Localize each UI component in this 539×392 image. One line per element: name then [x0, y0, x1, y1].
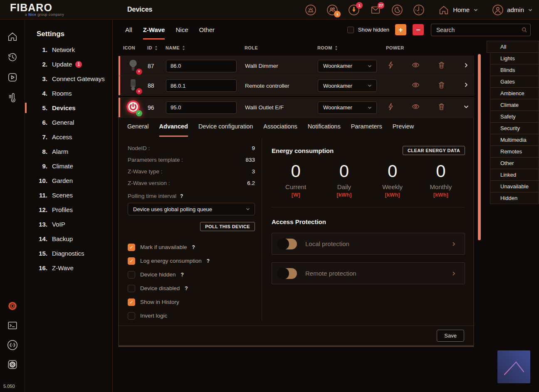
- main-scrollbar[interactable]: [478, 54, 481, 240]
- clear-energy-button[interactable]: CLEAR ENERGY DATA: [403, 146, 465, 155]
- home-center-tile[interactable]: [497, 350, 530, 383]
- help-icon[interactable]: ?: [185, 286, 188, 291]
- panel-tab-parameters[interactable]: Parameters: [351, 123, 382, 137]
- power-bolt-icon[interactable]: [386, 64, 395, 71]
- category-ambience[interactable]: Ambience: [490, 87, 539, 99]
- filter-tab-other[interactable]: Other: [199, 20, 215, 39]
- checkbox-device-disabled[interactable]: [128, 285, 135, 292]
- rail-api-icon[interactable]: [7, 339, 18, 351]
- toggle-switch-off[interactable]: [278, 239, 297, 249]
- user-menu[interactable]: admin: [492, 4, 533, 16]
- category-remotes[interactable]: Remotes: [490, 145, 539, 158]
- settings-item-network[interactable]: 1. Network: [25, 42, 112, 57]
- rail-history-icon[interactable]: [7, 51, 18, 63]
- settings-item-alarm[interactable]: 8. Alarm: [25, 144, 112, 159]
- panel-tab-advanced[interactable]: Advanced: [159, 123, 188, 137]
- settings-item-general[interactable]: 6. General: [25, 115, 112, 130]
- category-climate[interactable]: Climate: [490, 99, 539, 111]
- room-select[interactable]: Woonkamer: [318, 79, 377, 92]
- protection-remote-protection[interactable]: Remote protection: [272, 262, 465, 284]
- category-other[interactable]: Other: [490, 157, 539, 169]
- device-name-input[interactable]: [166, 79, 237, 92]
- search-input[interactable]: [431, 24, 531, 36]
- settings-item-voip[interactable]: 13. VoIP: [25, 217, 112, 232]
- settings-item-garden[interactable]: 10. Garden: [25, 173, 112, 188]
- collapse-chevron-down-icon[interactable]: [463, 104, 470, 111]
- checkbox-device-hidden[interactable]: [128, 271, 135, 279]
- delete-trash-icon[interactable]: [437, 64, 446, 71]
- panel-tab-associations[interactable]: Associations: [263, 123, 297, 137]
- sort-icon[interactable]: [182, 45, 185, 51]
- visibility-eye-icon[interactable]: [411, 64, 420, 71]
- delete-trash-icon[interactable]: [437, 105, 446, 112]
- category-linked[interactable]: Linked: [490, 169, 539, 181]
- column-header-room[interactable]: ROOM: [317, 45, 386, 51]
- category-hidden[interactable]: Hidden: [490, 192, 539, 204]
- protection-local-protection[interactable]: Local protection: [272, 233, 465, 255]
- settings-item-backup[interactable]: 14. Backup: [25, 232, 112, 246]
- settings-item-connect-gateways[interactable]: 3. Connect Gateways: [25, 71, 112, 86]
- help-icon[interactable]: ?: [180, 193, 183, 199]
- save-button[interactable]: Save: [437, 330, 464, 342]
- category-multimedia[interactable]: Multimedia: [490, 134, 539, 146]
- room-select[interactable]: Woonkamer: [318, 101, 377, 114]
- alarm-siren-icon[interactable]: [305, 4, 316, 16]
- search-icon[interactable]: [521, 26, 528, 33]
- show-hidden-toggle[interactable]: Show hidden: [347, 27, 389, 33]
- visibility-eye-icon[interactable]: [411, 84, 420, 91]
- delete-trash-icon[interactable]: [437, 84, 446, 91]
- checkbox-mark-if-unavailable[interactable]: [128, 244, 135, 251]
- polling-mode-select[interactable]: Device uses global polling queue: [128, 203, 255, 215]
- settings-item-climate[interactable]: 9. Climate: [25, 159, 112, 173]
- users-icon[interactable]: 1: [326, 4, 338, 16]
- rail-console-icon[interactable]: [7, 320, 18, 331]
- room-select[interactable]: Woonkamer: [318, 60, 377, 72]
- remove-device-button[interactable]: −: [413, 24, 424, 35]
- power-bolt-icon[interactable]: [386, 105, 395, 112]
- download-icon[interactable]: 1: [348, 4, 360, 16]
- help-icon[interactable]: ?: [207, 258, 210, 264]
- panel-tab-preview[interactable]: Preview: [393, 123, 414, 137]
- filter-tab-all[interactable]: All: [125, 20, 132, 39]
- sort-icon[interactable]: [334, 45, 338, 51]
- settings-item-diagnostics[interactable]: 15. Diagnostics: [25, 246, 112, 261]
- panel-tab-notifications[interactable]: Notifications: [308, 123, 341, 137]
- settings-item-z-wave[interactable]: 16. Z-Wave: [25, 261, 112, 275]
- visibility-eye-icon[interactable]: [411, 105, 420, 112]
- poll-device-button[interactable]: POLL THIS DEVICE: [200, 222, 255, 231]
- settings-item-profiles[interactable]: 12. Profiles: [25, 202, 112, 217]
- home-selector[interactable]: Home: [438, 4, 479, 16]
- night-mode-icon[interactable]: [391, 4, 403, 16]
- help-icon[interactable]: ?: [192, 244, 195, 250]
- category-unavailable[interactable]: Unavailable: [490, 180, 539, 192]
- mail-icon[interactable]: 27: [370, 4, 381, 16]
- rail-climate-icon[interactable]: [7, 92, 18, 104]
- expand-chevron-right-icon[interactable]: [463, 63, 470, 70]
- column-header-id[interactable]: ID: [147, 45, 166, 51]
- category-lights[interactable]: Lights: [490, 52, 539, 64]
- expand-chevron-right-icon[interactable]: [463, 82, 470, 89]
- filter-tab-nice[interactable]: Nice: [176, 20, 188, 39]
- category-security[interactable]: Security: [490, 122, 539, 134]
- rail-service-icon[interactable]: [7, 359, 18, 370]
- column-header-name[interactable]: NAME: [166, 45, 245, 51]
- category-gates[interactable]: Gates: [490, 76, 539, 88]
- device-name-input[interactable]: [166, 101, 237, 114]
- settings-item-update[interactable]: 2. Update 1: [25, 57, 112, 71]
- filter-tab-z-wave[interactable]: Z-Wave: [143, 20, 165, 39]
- help-icon[interactable]: ?: [181, 272, 184, 278]
- category-safety[interactable]: Safety: [490, 111, 539, 123]
- show-hidden-checkbox[interactable]: [347, 27, 354, 33]
- checkbox-log-energy-consumption[interactable]: [128, 257, 135, 265]
- rail-scenes-icon[interactable]: [7, 71, 18, 83]
- settings-item-devices[interactable]: 5. Devices: [25, 101, 112, 115]
- checkbox-show-in-history[interactable]: [128, 298, 135, 306]
- panel-tab-device-configuration[interactable]: Device configuration: [198, 123, 253, 137]
- settings-item-scenes[interactable]: 11. Scenes: [25, 188, 112, 202]
- toggle-switch-off[interactable]: [278, 268, 297, 279]
- clock-icon[interactable]: [413, 4, 425, 16]
- panel-tab-general[interactable]: General: [127, 123, 149, 137]
- rail-home-icon[interactable]: [7, 31, 18, 42]
- settings-item-rooms[interactable]: 4. Rooms: [25, 86, 112, 101]
- checkbox-invert-logic[interactable]: [128, 312, 135, 320]
